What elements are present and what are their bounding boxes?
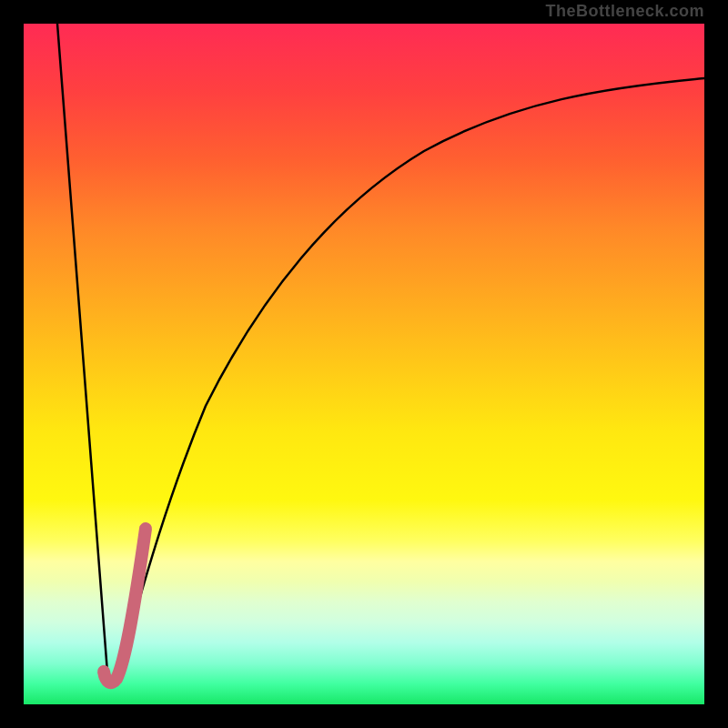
bottleneck-curve-right: [108, 78, 704, 684]
chart-svg: [24, 24, 704, 704]
bottleneck-curve-left: [57, 24, 108, 684]
watermark: TheBottleneck.com: [545, 2, 704, 21]
highlight-segment: [104, 529, 146, 682]
